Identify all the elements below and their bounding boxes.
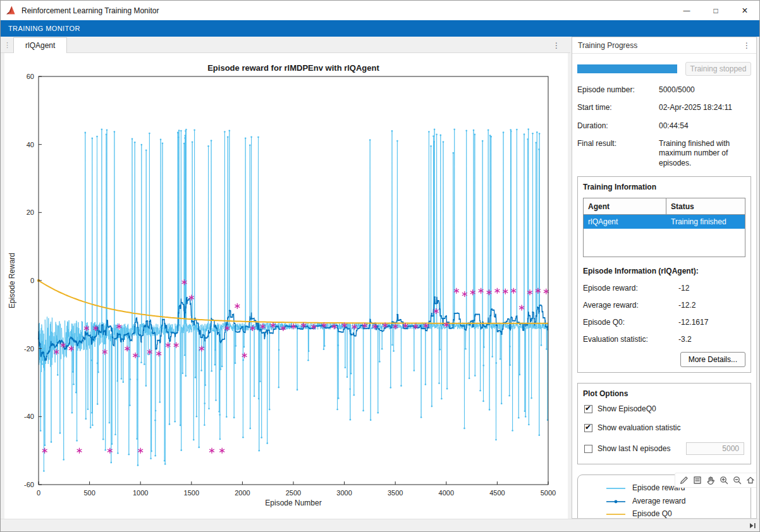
pan-icon[interactable] (704, 475, 717, 486)
agent-status-table: Agent Status rlQAgent Training finished (583, 198, 745, 257)
plot-options-section: Plot Options ✔Show EpisodeQ0✔Show evalua… (577, 383, 751, 464)
progress-row: Training stopped (577, 62, 751, 76)
panel-title: Training Progress (578, 41, 637, 50)
svg-text:40: 40 (27, 141, 34, 148)
plot-option-row: Show last N episodes (584, 442, 744, 455)
panel-menu-icon[interactable]: ⋮ (743, 41, 751, 50)
plot-option-row: ✔Show evaluation statistic (584, 423, 744, 432)
chart-legend: Episode rewardAverage rewardEpisode Q0Ev… (577, 475, 751, 519)
svg-text:2500: 2500 (286, 489, 301, 497)
episode-info-row: Episode Q0:-12.1617 (583, 318, 745, 327)
toolstrip-ribbon: TRAINING MONITOR (1, 20, 759, 37)
svg-text:-20: -20 (24, 345, 34, 353)
legend-entry-label: Average reward (632, 497, 686, 507)
episode-info-label: Episode Q0: (583, 318, 678, 327)
legend-marker-icon (604, 497, 627, 506)
scrollbar-arrow-icon[interactable] (747, 521, 757, 530)
axes-toolbar (675, 473, 757, 488)
svg-text:4000: 4000 (439, 489, 454, 497)
checkbox[interactable] (584, 445, 592, 453)
table-row[interactable]: rlQAgent Training finished (584, 215, 745, 229)
svg-text:1000: 1000 (133, 489, 148, 497)
episode-info-value: -12.1617 (678, 318, 708, 327)
close-icon: × (742, 6, 747, 16)
svg-text:5000: 5000 (541, 489, 556, 497)
table-cell-agent: rlQAgent (584, 215, 666, 229)
summary-row-value: Training finished with maximum number of… (659, 139, 751, 168)
summary-row: Duration:00:44:54 (577, 121, 751, 131)
section-title: Training Information (583, 183, 745, 191)
check-icon: ✔ (585, 404, 591, 413)
episode-info-value: -12 (678, 284, 689, 293)
svg-text:500: 500 (83, 489, 95, 497)
svg-text:Episode Reward: Episode Reward (8, 253, 16, 308)
close-button[interactable]: × (730, 1, 759, 20)
svg-text:0: 0 (30, 277, 34, 284)
figure-panel: 0500100015002000250030003500400045005000… (4, 53, 568, 519)
episode-info-title: Episode Information (rlQAgent): (583, 267, 745, 275)
training-stopped-button: Training stopped (685, 62, 751, 76)
more-details-button[interactable]: More Details... (680, 352, 745, 367)
legend-marker-icon (604, 509, 627, 519)
summary-row-value: 5000/5000 (659, 85, 751, 95)
svg-text:4500: 4500 (489, 489, 505, 497)
datatip-icon[interactable] (690, 475, 704, 486)
summary-row: Final result:Training finished with maxi… (577, 139, 751, 168)
checkbox[interactable]: ✔ (584, 424, 592, 432)
training-progress-panel: Training Progress ⋮ Training stopped Epi… (572, 37, 757, 519)
svg-text:60: 60 (27, 73, 34, 80)
episode-info-label: Average reward: (583, 301, 678, 310)
checkbox[interactable]: ✔ (584, 405, 592, 413)
figure-panel-menu-icon[interactable]: ⋮ (553, 41, 560, 52)
panel-header: Training Progress ⋮ (572, 37, 756, 54)
episode-info-row: Evaluation statistic:-3.2 (583, 335, 745, 344)
summary-row-value: 02-Apr-2025 18:24:11 (659, 103, 751, 112)
check-icon: ✔ (585, 423, 591, 432)
zoom-out-icon[interactable] (730, 475, 744, 486)
minimize-button[interactable]: — (672, 1, 701, 20)
plot-option-label: Show last N episodes (598, 444, 670, 453)
svg-text:3000: 3000 (336, 489, 352, 497)
table-empty-area (584, 229, 745, 257)
summary-row: Episode number:5000/5000 (577, 85, 751, 95)
drag-grip-icon[interactable]: ⋮ (1, 41, 13, 52)
plot-options-rows: ✔Show EpisodeQ0✔Show evaluation statisti… (583, 404, 745, 455)
panel-body: Training stopped Episode number:5000/500… (572, 54, 756, 519)
zoom-in-icon[interactable] (717, 475, 730, 486)
restore-view-icon[interactable] (744, 475, 757, 486)
summary-row-value: 00:44:54 (659, 121, 751, 131)
legend-entry-label: Episode Q0 (632, 509, 672, 519)
table-header-agent: Agent (584, 198, 666, 214)
minimize-icon: — (683, 7, 690, 14)
tab-training-monitor[interactable]: TRAINING MONITOR (1, 25, 88, 32)
svg-text:20: 20 (27, 209, 34, 216)
summary-row-label: Final result: (577, 139, 659, 168)
svg-text:0: 0 (37, 489, 40, 497)
tab-rlqagent[interactable]: rlQAgent (13, 37, 67, 53)
episode-info-label: Evaluation statistic: (583, 335, 678, 344)
section-title: Plot Options (583, 389, 745, 398)
maximize-button[interactable]: □ (701, 1, 730, 20)
svg-text:3500: 3500 (388, 489, 403, 497)
svg-text:2000: 2000 (235, 489, 250, 497)
app-window: Reinforcement Learning Training Monitor … (0, 0, 760, 532)
reward-chart: 0500100015002000250030003500400045005000… (4, 53, 568, 519)
legend-marker-icon (604, 483, 627, 493)
window-title: Reinforcement Learning Training Monitor (21, 6, 159, 15)
summary-rows: Episode number:5000/5000Start time:02-Ap… (577, 85, 751, 168)
episode-info-value: -12.2 (678, 301, 696, 310)
title-bar: Reinforcement Learning Training Monitor … (1, 1, 759, 20)
training-progress-bar (577, 64, 677, 73)
last-n-episodes-input (686, 442, 744, 455)
progress-fill (577, 64, 677, 73)
episode-info-label: Episode reward: (583, 284, 678, 293)
legend-entry: Average reward (604, 497, 748, 507)
plot-option-label: Show EpisodeQ0 (598, 404, 656, 413)
horizontal-scrollbar[interactable] (1, 519, 759, 531)
episode-info-row: Average reward:-12.2 (583, 301, 745, 310)
svg-text:Episode Number: Episode Number (265, 499, 321, 507)
svg-text:-60: -60 (24, 481, 34, 488)
table-header-status: Status (666, 198, 745, 214)
brush-icon[interactable] (677, 475, 690, 486)
table-header-row: Agent Status (584, 198, 745, 215)
